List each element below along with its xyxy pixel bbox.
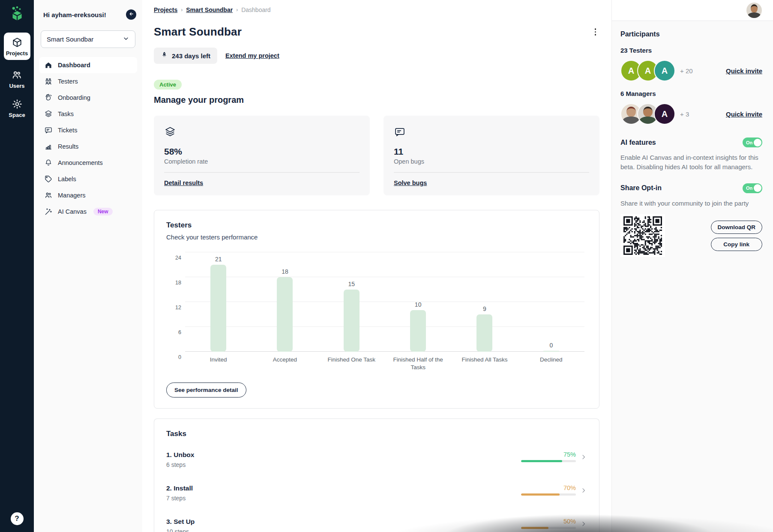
layers-icon [44, 110, 53, 118]
sidebar-item-testers[interactable]: Testers [39, 73, 137, 90]
chevron-right-icon[interactable] [580, 454, 587, 460]
ai-features-description: Enable AI Canvas and in-context insights… [620, 153, 762, 172]
rail-item-space[interactable]: Space [9, 99, 25, 118]
people-icon [44, 191, 53, 200]
home-icon [44, 61, 53, 69]
app-window: Projects Users Space ? Hi ayham-ereksous… [0, 0, 773, 532]
layers-icon [164, 132, 176, 139]
sidebar-item-labels[interactable]: Labels [39, 171, 137, 187]
x-axis-label: Finished One Task [324, 356, 379, 364]
managers-avatars: A [620, 103, 675, 125]
y-axis-tick: 18 [175, 280, 181, 286]
tasks-card: Tasks 1. Unbox 6 steps 75% 2. Install 7 … [154, 418, 599, 532]
qr-code-image [620, 214, 665, 257]
sidebar-item-announcements[interactable]: Announcements [39, 155, 137, 171]
bar-value-label: 10 [415, 301, 422, 308]
sidebar-item-tasks[interactable]: Tasks [39, 106, 137, 122]
bar [476, 314, 492, 352]
chevron-right-icon[interactable] [580, 487, 587, 494]
breadcrumb-projects[interactable]: Projects [154, 6, 177, 13]
chat-icon [44, 126, 53, 134]
sidebar-item-dashboard[interactable]: Dashboard [39, 57, 137, 73]
greeting-text: Hi ayham-ereksousi! [43, 11, 106, 18]
bar-column: 10Finished Half of the Tasks [385, 252, 451, 352]
new-badge: New [93, 208, 113, 215]
ai-features-toggle[interactable]: On [743, 137, 762, 147]
x-axis-label: Accepted [257, 356, 313, 364]
sidebar-item-managers[interactable]: Managers [39, 187, 137, 203]
main-content: Projects › Smart Soundbar › Dashboard Sm… [142, 0, 611, 532]
task-row[interactable]: 1. Unbox 6 steps 75% [166, 444, 587, 478]
download-qr-button[interactable]: Download QR [711, 221, 763, 234]
bar [410, 310, 426, 352]
testers-bar-chart: 0612182421Invited18Accepted15Finished On… [185, 252, 584, 352]
share-optin-toggle[interactable]: On [743, 183, 762, 193]
project-select[interactable]: Smart Soundbar [41, 30, 135, 48]
top-bar [612, 0, 773, 21]
detail-results-link[interactable]: Detail results [164, 179, 203, 186]
bar [277, 277, 293, 352]
rocket-icon [161, 51, 168, 60]
help-button[interactable]: ? [11, 512, 24, 525]
sidebar-item-tickets[interactable]: Tickets [39, 122, 137, 138]
x-axis-label: Declined [523, 356, 579, 364]
project-select-value: Smart Soundbar [47, 36, 93, 43]
status-badge: Active [154, 80, 182, 90]
users-icon [11, 69, 22, 81]
user-avatar[interactable] [746, 3, 762, 18]
bar [210, 265, 226, 352]
toggle-on-label: On [746, 185, 752, 191]
sidebar-item-onboarding[interactable]: Onboarding [39, 90, 137, 106]
wand-icon [44, 207, 53, 216]
completion-rate-label: Completion rate [164, 158, 360, 165]
rail-item-projects[interactable]: Projects [4, 33, 30, 60]
y-axis-tick: 6 [178, 329, 181, 335]
bar-column: 21Invited [185, 252, 252, 352]
testers-avatars: AAA [620, 60, 675, 81]
bar-column: 15Finished One Task [318, 252, 385, 352]
extend-project-link[interactable]: Extend my project [225, 52, 279, 59]
kebab-menu-icon[interactable] [591, 27, 600, 37]
managers-heading: 6 Managers [620, 90, 762, 97]
testers-card-title: Testers [166, 221, 587, 230]
managers-avatar-row: A + 3 Quick invite [620, 103, 762, 125]
testers-quick-invite-link[interactable]: Quick invite [726, 67, 762, 75]
rail-item-label: Projects [6, 50, 28, 57]
bar-column: 0Declined [518, 252, 584, 352]
wave-icon [44, 93, 53, 102]
y-axis-tick: 12 [175, 305, 181, 311]
completion-rate-value: 58% [164, 146, 360, 157]
task-row[interactable]: 3. Set Up 10 steps 50% [166, 511, 587, 532]
managers-quick-invite-link[interactable]: Quick invite [726, 111, 762, 118]
solve-bugs-link[interactable]: Solve bugs [394, 179, 427, 186]
y-axis-tick: 24 [175, 255, 181, 261]
collapse-sidebar-button[interactable] [126, 9, 136, 20]
y-axis-tick: 0 [178, 354, 181, 360]
breadcrumb-project[interactable]: Smart Soundbar [186, 6, 233, 13]
task-row[interactable]: 2. Install 7 steps 70% [166, 478, 587, 511]
see-performance-detail-button[interactable]: See performance detail [166, 383, 246, 398]
question-icon: ? [15, 514, 19, 523]
tasks-card-title: Tasks [166, 430, 587, 438]
testers-heading: 23 Testers [620, 47, 762, 54]
open-bugs-card: 11 Open bugs Solve bugs [384, 116, 599, 195]
days-left-text: 243 days left [172, 52, 210, 60]
chevron-down-icon [123, 35, 129, 44]
rail-item-users[interactable]: Users [9, 69, 24, 89]
barchart-icon [44, 142, 53, 151]
share-optin-title: Share Opt-in [620, 184, 662, 192]
sidebar-item-results[interactable]: Results [39, 138, 137, 155]
bar-column: 18Accepted [252, 252, 318, 352]
right-panel: Participants 23 Testers AAA + 20 Quick i… [611, 0, 773, 532]
testers-card-subtitle: Check your testers performance [166, 233, 587, 241]
bar-value-label: 9 [483, 305, 486, 312]
chevron-right-icon[interactable] [580, 520, 587, 527]
page-title: Smart Soundbar [154, 25, 242, 39]
sidebar-item-ai-canvas[interactable]: AI Canvas New [39, 203, 137, 220]
chevron-separator: › [181, 7, 183, 13]
participants-title: Participants [620, 30, 762, 38]
bar-value-label: 15 [348, 281, 355, 287]
x-axis-label: Finished All Tasks [457, 356, 512, 364]
x-axis-label: Finished Half of the Tasks [390, 356, 446, 371]
copy-link-button[interactable]: Copy link [711, 238, 763, 251]
